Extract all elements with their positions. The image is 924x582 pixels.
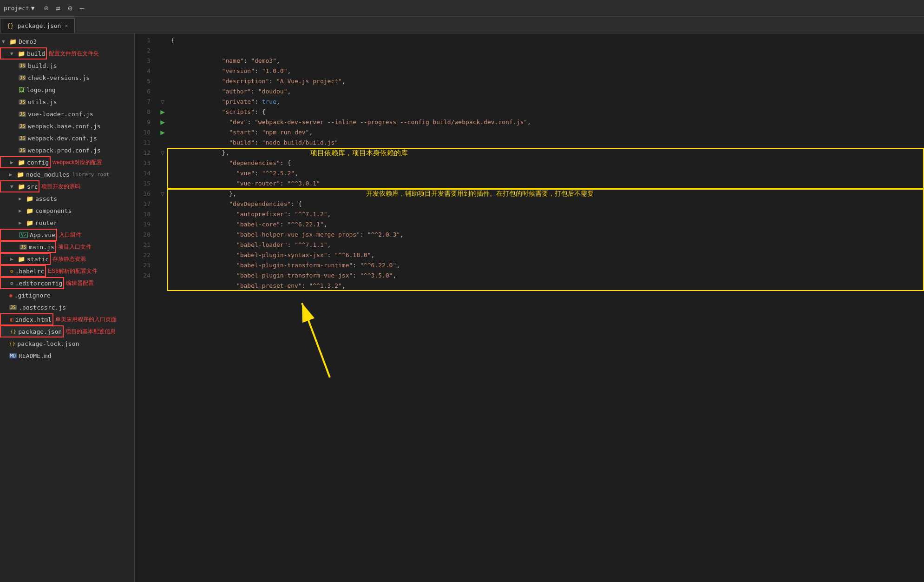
- sidebar-item-readme[interactable]: MD README.md: [0, 350, 134, 362]
- dropdown-icon[interactable]: ▼: [31, 5, 35, 12]
- sidebar-item-package-json[interactable]: {} package.json: [0, 325, 64, 337]
- label-babelrc: .babelrc: [15, 268, 45, 275]
- png-icon-logo: 🖼: [19, 86, 25, 93]
- js-icon-utils: JS: [19, 99, 26, 105]
- json-icon-lock: {}: [9, 341, 15, 347]
- md-icon-readme: MD: [9, 353, 17, 358]
- js-icon-webpack-prod: JS: [19, 148, 26, 153]
- fold-column: ▽ ▶ ▶ ▶ ▽ ▽: [158, 35, 167, 281]
- sidebar-item-vue-loader[interactable]: JS vue-loader.conf.js: [0, 108, 134, 120]
- arrow-node-modules: ▶: [9, 172, 17, 178]
- label-assets: assets: [35, 195, 57, 202]
- folder-icon-config: 📁: [18, 159, 25, 166]
- src-folder-row: ▼ 📁 src 项目开发的源码: [0, 180, 134, 192]
- split-icon[interactable]: ⇄: [56, 4, 60, 13]
- sidebar-item-src[interactable]: ▼ 📁 src: [0, 180, 39, 192]
- sidebar-item-node-modules[interactable]: ▶ 📁 node_modules library root: [0, 168, 134, 180]
- label-package-json: package.json: [18, 328, 62, 335]
- html-icon-index: ◧: [10, 317, 13, 323]
- arrow-src: ▼: [10, 184, 18, 190]
- babelrc-icon: ⚙: [10, 268, 13, 274]
- tab-package-json[interactable]: {} package.json ×: [0, 18, 75, 33]
- sidebar-item-app-vue[interactable]: V✓ App.vue: [0, 229, 57, 241]
- annotation-index-html: 单页应用程序的入口页面: [55, 316, 117, 324]
- build-folder-row: ▼ 📁 build 配置文件所在文件夹: [0, 47, 134, 60]
- main-layout: ▼ 📁 Demo3 ▼ 📁 build 配置文件所在文件夹 JS build.j…: [0, 33, 924, 582]
- sidebar-item-gitignore[interactable]: ◉ .gitignore: [0, 289, 134, 301]
- label-src: src: [27, 183, 38, 190]
- arrow-build: ▼: [10, 51, 18, 57]
- sidebar-item-editorconfig[interactable]: ⚙ .editorconfig: [0, 277, 64, 289]
- sidebar-item-webpack-dev[interactable]: JS webpack.dev.conf.js: [0, 132, 134, 144]
- code-line-12: "dependencies": {: [171, 148, 924, 158]
- code-line-7: "scripts": {: [171, 97, 924, 107]
- vue-icon-app: V✓: [20, 232, 28, 238]
- sidebar-item-logo[interactable]: 🖼 logo.png: [0, 84, 134, 96]
- code-content: 1234 5678 9101112 13141516 17181920 2122…: [135, 33, 924, 283]
- sidebar-item-webpack-base[interactable]: JS webpack.base.conf.js: [0, 120, 134, 132]
- sidebar-item-demo3[interactable]: ▼ 📁 Demo3: [0, 35, 134, 47]
- navigate-icon[interactable]: ⊕: [44, 4, 49, 13]
- minimize-icon[interactable]: —: [80, 4, 85, 13]
- arrow-router: ▶: [19, 220, 26, 226]
- sidebar-item-check-versions[interactable]: JS check-versions.js: [0, 72, 134, 84]
- label-gitignore: .gitignore: [14, 292, 51, 299]
- code-line-1: {: [171, 35, 924, 46]
- label-webpack-prod: webpack.prod.conf.js: [28, 147, 101, 154]
- label-app-vue: App.vue: [30, 231, 55, 238]
- label-package-lock: package-lock.json: [17, 340, 79, 347]
- sidebar-item-index-html[interactable]: ◧ index.html: [0, 313, 53, 325]
- label-readme: README.md: [19, 352, 51, 359]
- label-logo: logo.png: [26, 86, 56, 93]
- tab-label: package.json: [17, 22, 61, 29]
- code-editor[interactable]: 1234 5678 9101112 13141516 17181920 2122…: [135, 33, 924, 582]
- label-node-modules: node_modules: [26, 171, 70, 178]
- code-line-8: "dev": "webpack-dev-server --inline --pr…: [171, 107, 924, 117]
- sidebar-item-postcssrc[interactable]: JS .postcssrc.js: [0, 301, 134, 313]
- sidebar-item-utils[interactable]: JS utils.js: [0, 96, 134, 108]
- annotation-app-vue: 入口组件: [59, 231, 81, 239]
- annotation-static: 存放静态资源: [52, 255, 86, 263]
- editorconfig-icon: ⚙: [10, 280, 13, 286]
- sidebar-item-assets[interactable]: ▶ 📁 assets: [0, 192, 134, 205]
- sidebar-item-package-lock[interactable]: {} package-lock.json: [0, 337, 134, 350]
- sidebar-item-build-js[interactable]: JS build.js: [0, 60, 134, 72]
- label-check-versions: check-versions.js: [28, 74, 90, 81]
- annotation-package-json: 项目的基本配置信息: [66, 328, 116, 336]
- devdependencies-section: 开发依赖库，辅助项目开发需要用到的插件。在打包的时候需要，打包后不需要 "dev…: [171, 189, 924, 281]
- sidebar-item-babelrc[interactable]: ⚙ .babelrc: [0, 265, 46, 277]
- sidebar-item-webpack-prod[interactable]: JS webpack.prod.conf.js: [0, 144, 134, 156]
- titlebar-icons: ⊕ ⇄ ⚙ —: [44, 4, 85, 13]
- package-json-row: {} package.json 项目的基本配置信息: [0, 325, 134, 337]
- label-config: config: [27, 159, 49, 166]
- titlebar: project ▼ ⊕ ⇄ ⚙ —: [0, 0, 924, 17]
- folder-icon-node-modules: 📁: [17, 171, 24, 178]
- code-lines: { "name": "demo3", "version": "1.0.0", "…: [167, 35, 924, 281]
- tab-file-icon: {}: [7, 23, 13, 29]
- folder-icon-router: 📁: [26, 219, 33, 226]
- sidebar-item-build[interactable]: ▼ 📁 build: [0, 47, 47, 60]
- sidebar-item-router[interactable]: ▶ 📁 router: [0, 217, 134, 229]
- js-icon-webpack-base: JS: [19, 124, 26, 129]
- static-folder-row: ▶ 📁 static 存放静态资源: [0, 253, 134, 265]
- gitignore-icon: ◉: [9, 292, 13, 298]
- label-build-js: build.js: [28, 62, 57, 69]
- sidebar-item-main-js[interactable]: JS main.js: [0, 241, 56, 253]
- settings-icon[interactable]: ⚙: [68, 4, 72, 13]
- sidebar-item-static[interactable]: ▶ 📁 static: [0, 253, 51, 265]
- file-tree-sidebar: ▼ 📁 Demo3 ▼ 📁 build 配置文件所在文件夹 JS build.j…: [0, 33, 135, 582]
- tab-close-icon[interactable]: ×: [65, 23, 68, 29]
- annotation-main-js: 项目入口文件: [58, 243, 92, 251]
- label-postcssrc: .postcssrc.js: [19, 304, 66, 311]
- label-main-js: main.js: [29, 244, 54, 251]
- tabbar: {} package.json ×: [0, 17, 924, 33]
- js-icon-postcssrc: JS: [9, 305, 17, 310]
- app-vue-row: V✓ App.vue 入口组件: [0, 229, 134, 241]
- editorconfig-row: ⚙ .editorconfig 编辑器配置: [0, 277, 134, 289]
- project-label: project: [4, 5, 29, 12]
- config-folder-row: ▶ 📁 config webpack对应的配置: [0, 156, 134, 168]
- sidebar-item-components[interactable]: ▶ 📁 components: [0, 205, 134, 217]
- sidebar-item-config[interactable]: ▶ 📁 config: [0, 156, 51, 168]
- js-icon-build: JS: [19, 63, 26, 68]
- editor-wrapper: 1234 5678 9101112 13141516 17181920 2122…: [135, 33, 924, 582]
